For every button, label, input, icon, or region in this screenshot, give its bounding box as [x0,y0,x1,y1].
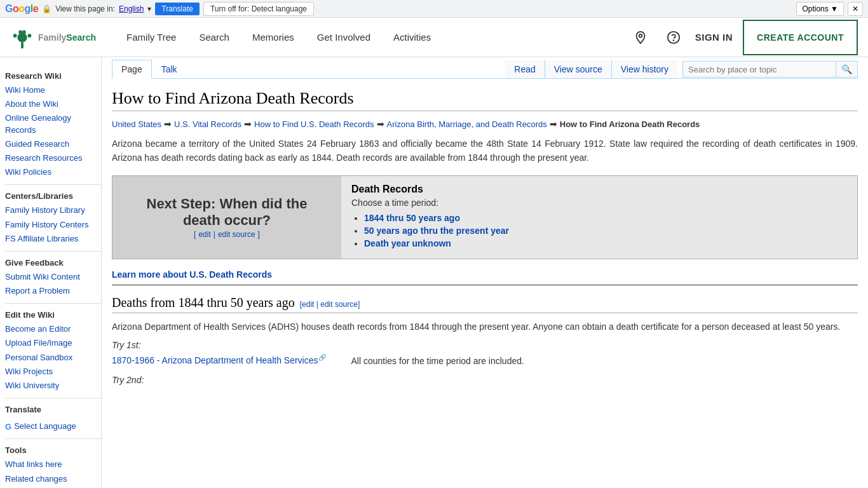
close-button[interactable]: ✕ [848,2,863,16]
breadcrumb-arrow-2: ➡ [244,119,252,129]
sidebar-section-edit: Edit the Wiki [5,310,101,320]
info-box-link-3[interactable]: Death year unknown [364,238,451,248]
record-link-1[interactable]: 1870-1966 - Arizona Deptartment of Healt… [112,354,326,368]
google-logo: Google [5,3,38,15]
info-box-link-item-3: Death year unknown [364,238,847,248]
article-title: How to Find Arizona Death Records [112,89,858,111]
lock-icon: 🔒 [42,4,51,13]
main-navigation: Family Tree Search Memories Get Involved… [115,18,442,57]
breadcrumb: United States ➡ U.S. Vital Records ➡ How… [112,119,858,129]
logo-link[interactable]: FamilySearch [10,25,96,50]
lang-select-symbol: ▾ [147,4,151,13]
sidebar-link-become-editor[interactable]: Become an Editor [5,322,101,336]
sidebar-link-wiki-projects[interactable]: Wiki Projects [5,365,101,379]
section1-edit-link[interactable]: edit [302,300,314,309]
section1-heading-text: Deaths from 1844 thru 50 years ago [112,295,295,310]
help-icon-button[interactable] [662,26,685,49]
tab-read[interactable]: Read [505,60,545,78]
sidebar-divider-4 [5,398,101,398]
tab-talk[interactable]: Talk [152,60,187,79]
svg-point-9 [673,40,674,41]
sidebar-section-translate: Translate [5,405,101,414]
google-select-language[interactable]: G Select Language [5,419,101,433]
breadcrumb-vital-records[interactable]: U.S. Vital Records [174,119,241,129]
sidebar-link-wiki-home[interactable]: Wiki Home [5,83,101,97]
external-link-icon: 🔗 [318,354,326,361]
tab-bar: Page Talk Read View source View history … [112,57,858,79]
section1-edit-links: [edit | edit source] [300,300,360,309]
wiki-search-button[interactable]: 🔍 [836,62,857,77]
bracket-open: [ [194,230,196,239]
sidebar-link-report-problem[interactable]: Report a Problem [5,284,101,298]
create-account-button[interactable]: CREATE ACCOUNT [743,20,858,55]
sidebar-link-family-history-library[interactable]: Family History Library [5,203,101,217]
sidebar-link-online-genealogy[interactable]: Online Genealogy Records [5,111,101,137]
sidebar-section-research-wiki: Research Wiki [5,71,101,81]
svg-rect-3 [13,34,17,37]
content-wrapper: Research Wiki Wiki Home About the Wiki O… [0,57,868,488]
sidebar-link-related-changes[interactable]: Related changes [5,472,101,486]
svg-rect-4 [28,34,32,37]
wiki-search-box: 🔍 [682,61,858,78]
try2-label: Try 2nd: [112,375,858,385]
turnoff-button[interactable]: Turn off for: Detect language [203,2,314,16]
tab-view-source[interactable]: View source [545,60,612,78]
sidebar-link-wiki-policies[interactable]: Wiki Policies [5,165,101,179]
info-box-link-1[interactable]: 1844 thru 50 years ago [364,213,460,223]
learn-more-link[interactable]: Learn more about U.S. Death Records [112,269,858,280]
svg-rect-1 [21,42,24,48]
tab-view-history[interactable]: View history [612,60,677,78]
section1-body: Arizona Department of Health Services (A… [112,320,858,334]
sidebar-section-tools: Tools [5,445,101,455]
sidebar-divider-3 [5,303,101,304]
sidebar-link-personal-sandbox[interactable]: Personal Sandbox [5,351,101,365]
try1-label: Try 1st: [112,340,858,350]
breadcrumb-az-records[interactable]: Arizona Birth, Marriage, and Death Recor… [387,119,547,129]
info-box: Next Step: When did the death occur? [ e… [112,175,858,259]
info-box-link-2[interactable]: 50 years ago thru the present year [364,226,509,236]
breadcrumb-us[interactable]: United States [112,119,161,129]
sidebar-link-family-history-centers[interactable]: Family History Centers [5,218,101,232]
translate-button[interactable]: Translate [155,3,200,15]
section1-edit-source-link[interactable]: edit source [320,300,358,309]
breadcrumb-us-death-records[interactable]: How to Find U.S. Death Records [254,119,374,129]
info-box-right: Death Records Choose a time period: 1844… [341,176,857,259]
sidebar-link-what-links[interactable]: What links here [5,458,101,471]
infobox-edit-source-link[interactable]: edit source [218,230,255,239]
info-box-link-item-2: 50 years ago thru the present year [364,226,847,236]
wiki-search-input[interactable] [683,62,836,77]
info-box-left-content: Next Step: When did the death occur? [ e… [128,196,326,239]
sidebar-link-fs-affiliate[interactable]: FS Affiliate Libraries [5,232,101,246]
tab-page[interactable]: Page [112,60,152,79]
nav-activities[interactable]: Activities [382,18,442,57]
location-icon [634,30,648,44]
sidebar-link-about-wiki[interactable]: About the Wiki [5,97,101,111]
info-box-links-list: 1844 thru 50 years ago 50 years ago thru… [351,213,847,248]
sidebar-link-wiki-university[interactable]: Wiki University [5,379,101,393]
info-box-subtitle: Choose a time period: [351,198,847,208]
sidebar-section-feedback: Give Feedback [5,258,101,268]
google-translate-bar: Google 🔒 View this page in: English ▾ Tr… [0,0,868,18]
bracket-close: ] [258,230,260,239]
sidebar-link-guided-research[interactable]: Guided Research [5,137,101,151]
select-language-link[interactable]: Select Language [14,419,76,433]
infobox-edit-link[interactable]: edit [198,230,210,239]
sidebar-link-upload-file[interactable]: Upload File/Image [5,336,101,350]
info-box-left-links: [ edit | edit source ] [128,230,326,239]
options-button[interactable]: Options ▼ [796,2,844,16]
sidebar-link-submit-wiki[interactable]: Submit Wiki Content [5,270,101,284]
nav-get-involved[interactable]: Get Involved [306,18,382,57]
sign-in-button[interactable]: SIGN IN [695,32,733,43]
svg-point-7 [639,34,642,37]
location-icon-button[interactable] [629,26,652,49]
section1-heading: Deaths from 1844 thru 50 years ago [edit… [112,295,858,313]
svg-rect-6 [22,30,26,34]
pipe-separator: | [214,230,215,239]
article-intro: Arizona became a territory of the United… [112,137,858,165]
nav-search[interactable]: Search [187,18,241,57]
sidebar-link-research-resources[interactable]: Research Resources [5,151,101,165]
language-link[interactable]: English [119,4,144,13]
nav-memories[interactable]: Memories [241,18,306,57]
nav-family-tree[interactable]: Family Tree [115,18,187,57]
breadcrumb-arrow-3: ➡ [377,119,384,129]
